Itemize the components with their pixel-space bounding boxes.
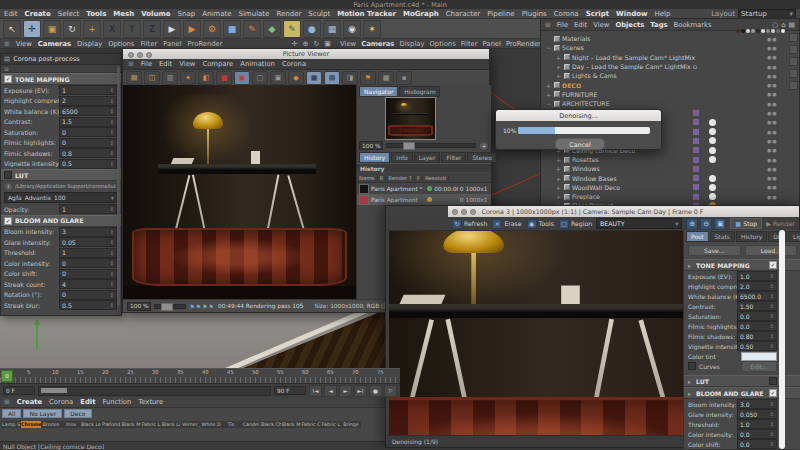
stepper-icon[interactable]: ↕	[770, 411, 774, 417]
strip-icon[interactable]	[789, 57, 798, 66]
parameter-input[interactable]: 6500 ↕	[59, 106, 117, 116]
visibility-dots-icon[interactable]: ●●	[767, 64, 778, 70]
light-icon[interactable]: ✶	[363, 20, 381, 38]
visibility-dots-icon[interactable]: ●●	[767, 73, 778, 79]
stepper-icon[interactable]: ↕	[110, 108, 114, 114]
object-row[interactable]: + Fireplace ●●	[541, 192, 799, 201]
object-row[interactable]: + Window Bases ●●	[541, 173, 799, 182]
visibility-dots-icon[interactable]: ●●	[767, 82, 778, 88]
stepper-icon[interactable]: ↕	[110, 161, 114, 167]
texture-tag-icon[interactable]	[693, 82, 699, 88]
compare-icon[interactable]: ✦	[180, 71, 196, 85]
move-tool-icon[interactable]: ✛	[23, 20, 41, 38]
zoom-slider[interactable]	[386, 143, 476, 148]
zoom-view-icon[interactable]: ⊕	[301, 40, 310, 48]
menu-item[interactable]: Script	[586, 10, 609, 18]
menu-item[interactable]: Compare	[202, 60, 233, 68]
render-picture-viewer-icon[interactable]: ▶	[183, 20, 201, 38]
stepper-icon[interactable]: ↕	[770, 401, 774, 407]
parameter-input[interactable]: 0 ↕	[59, 269, 117, 279]
material-swatch-icon[interactable]	[709, 147, 716, 154]
scrollbar[interactable]	[117, 66, 120, 306]
material-item[interactable]: Black M	[121, 420, 141, 428]
material-item[interactable]: Bringe	[341, 420, 361, 428]
open-file-icon[interactable]: ▤	[126, 71, 142, 85]
texture-tag-icon[interactable]	[693, 73, 699, 79]
menu-item[interactable]: Volume	[141, 10, 170, 18]
checkbox-icon[interactable]	[769, 377, 777, 385]
texture-thumbnail[interactable]	[781, 29, 785, 33]
visibility-dots-icon[interactable]: ●●	[767, 45, 778, 51]
next-frame-button[interactable]: ►I	[354, 385, 367, 397]
expand-toggle-icon[interactable]: +	[555, 72, 562, 79]
texture-tag-icon[interactable]	[693, 129, 699, 135]
parameter-input[interactable]: 0.50 ↕	[737, 341, 777, 351]
texture-tag-icon[interactable]	[693, 101, 699, 107]
menu-item[interactable]: Bookmarks	[674, 21, 712, 29]
texture-tag-icon[interactable]	[693, 157, 699, 163]
texture-tag-icon[interactable]	[693, 138, 699, 144]
viewport-menu-item[interactable]: Display	[399, 40, 424, 48]
menu-item[interactable]: Corona	[49, 398, 73, 406]
last-tool-icon[interactable]: +	[83, 20, 101, 38]
menu-item[interactable]: Pipeline	[487, 10, 514, 18]
select-tool-icon[interactable]: ↖	[3, 20, 21, 38]
viewport-menu-item[interactable]: Cameras	[38, 40, 71, 48]
menu-item[interactable]: MoGraph	[403, 10, 439, 18]
stepper-icon[interactable]: ↕	[770, 313, 774, 319]
texture-tag-icon[interactable]	[693, 110, 699, 116]
visibility-dots-icon[interactable]: ●●	[767, 129, 778, 135]
column-header[interactable]: F	[415, 175, 423, 181]
parameter-input[interactable]: 1.50 ↕	[737, 301, 777, 311]
visibility-dots-icon[interactable]: ●●	[767, 157, 778, 163]
stepper-icon[interactable]: ↕	[110, 150, 114, 156]
parameter-input[interactable]: 0 ↕	[59, 127, 117, 137]
parameter-input[interactable]: 0.050 ↕	[737, 409, 777, 419]
texture-thumbnail[interactable]	[766, 29, 770, 33]
viewport-menu-item[interactable]: Filter	[140, 40, 157, 48]
checkbox-checked-icon[interactable]	[4, 75, 12, 83]
vfb-tab[interactable]: History	[736, 231, 767, 242]
parameter-input[interactable]: 0.8 ↕	[59, 148, 117, 158]
parameter-input[interactable]: 0.5 ↕	[59, 300, 117, 310]
refresh-button[interactable]: ↻ Refresh	[452, 219, 487, 229]
color-tint-swatch[interactable]	[741, 352, 777, 361]
options-icon[interactable]: ▪	[396, 71, 412, 85]
stepper-icon[interactable]: ↕	[110, 281, 114, 287]
object-row[interactable]: − ARCHITECTURE ●●	[541, 99, 799, 108]
menu-item[interactable]: Motion Tracker	[337, 10, 396, 18]
parameter-input[interactable]: 3 ↕	[59, 227, 117, 237]
parameter-input[interactable]: 0 ↕	[59, 138, 117, 148]
vfb-tab[interactable]: Stats	[710, 231, 735, 242]
info-tab[interactable]: Filter	[441, 152, 466, 163]
filter-icon[interactable]: ▤	[789, 21, 795, 29]
menu-item[interactable]: Tools	[86, 10, 106, 18]
menu-item[interactable]: View	[179, 60, 195, 68]
visibility-dots-icon[interactable]: ●●	[767, 119, 778, 125]
rotate-view-icon[interactable]: ↻	[312, 40, 321, 48]
viewport-menu-item[interactable]: ProRender	[506, 40, 541, 48]
stepper-icon[interactable]: ↕	[770, 421, 774, 427]
stepper-icon[interactable]: ↕	[770, 441, 774, 447]
visibility-dots-icon[interactable]: ●●	[767, 175, 778, 181]
info-icon[interactable]: ▣	[270, 71, 286, 85]
stepper-icon[interactable]: ↕	[110, 302, 114, 308]
pan-view-icon[interactable]: ✛	[290, 40, 299, 48]
material-swatch-icon[interactable]	[709, 82, 716, 89]
keyframe-button[interactable]: ⚐	[384, 385, 397, 397]
parameter-input[interactable]: 1.0 ↕	[737, 419, 777, 429]
material-swatch-icon[interactable]	[709, 35, 716, 42]
axis-y-lock-icon[interactable]: Y	[123, 20, 141, 38]
texture-tag-icon[interactable]	[693, 184, 699, 190]
texture-tag-icon[interactable]	[693, 54, 699, 60]
expand-toggle-icon[interactable]: +	[555, 63, 562, 70]
material-item[interactable]: Verner_	[181, 420, 201, 428]
parameter-input[interactable]: 0.0 ↕	[737, 439, 777, 449]
play-button[interactable]: ►	[339, 385, 352, 397]
zoom-out-icon[interactable]: ⊖	[700, 218, 712, 230]
visibility-dots-icon[interactable]: ●●	[767, 147, 778, 153]
viewport-menu-item[interactable]: Options	[429, 40, 455, 48]
stepper-icon[interactable]: ↕	[110, 140, 114, 146]
column-header[interactable]: Resoluti	[423, 175, 449, 181]
ab-compare-icon[interactable]: ◧	[198, 71, 214, 85]
